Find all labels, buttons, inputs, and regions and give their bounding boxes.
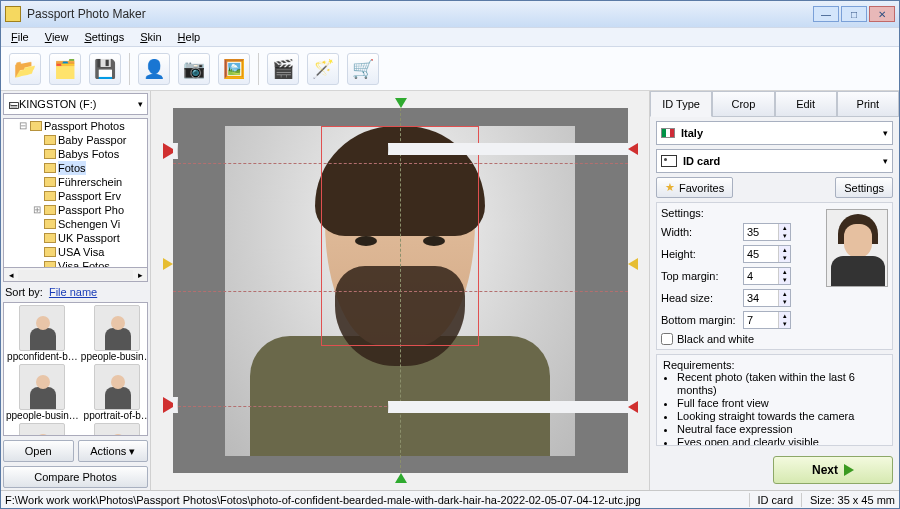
titlebar: Passport Photo Maker — □ ✕: [1, 1, 899, 27]
height-spinner[interactable]: 45▴▾: [743, 245, 791, 263]
tab-idtype[interactable]: ID Type: [650, 91, 712, 117]
maximize-button[interactable]: □: [841, 6, 867, 22]
tree-row[interactable]: Schengen Vi: [4, 217, 147, 231]
list-item[interactable]: pportrait-of-h…: [6, 423, 79, 436]
tree-row[interactable]: Passport Erv: [4, 189, 147, 203]
compare-button[interactable]: Compare Photos: [3, 466, 148, 488]
requirement-item: Looking straight towards the camera: [677, 410, 886, 423]
id-card-icon: [661, 155, 677, 167]
sample-preview: [826, 209, 888, 287]
close-button[interactable]: ✕: [869, 6, 895, 22]
tree-row[interactable]: Visa Fotos: [4, 259, 147, 268]
next-button[interactable]: Next: [773, 456, 893, 484]
marker-red-left-icon[interactable]: [163, 143, 178, 159]
folder-icon: [44, 163, 56, 173]
folder-icon: [44, 247, 56, 257]
marker-yellow-right-icon[interactable]: [628, 258, 638, 270]
settings-header: Settings:: [661, 207, 820, 221]
folder-icon: [44, 205, 56, 215]
list-item[interactable]: pportrait-of-b…: [81, 364, 148, 421]
disk-select[interactable]: 🖴 KINGSTON (F:) ▾: [3, 93, 148, 115]
list-item[interactable]: ppeople-busin…: [81, 305, 148, 362]
requirements-header: Requirements:: [663, 359, 886, 371]
tab-print[interactable]: Print: [837, 91, 899, 117]
requirement-item: Full face front view: [677, 397, 886, 410]
topmargin-spinner[interactable]: 4▴▾: [743, 267, 791, 285]
statusbar: F:\Work work work\Photos\Passport Photos…: [1, 490, 899, 508]
requirement-item: Eyes open and clearly visible: [677, 436, 886, 446]
toolbar-separator: [129, 53, 130, 85]
minimize-button[interactable]: —: [813, 6, 839, 22]
toolbar-separator: [258, 53, 259, 85]
menu-file[interactable]: File: [5, 29, 35, 45]
menu-help[interactable]: Help: [172, 29, 207, 45]
doctype-select[interactable]: ID card ▾: [656, 149, 893, 173]
bw-label: Black and white: [677, 333, 754, 345]
tree-row[interactable]: Führerschein: [4, 175, 147, 189]
tree-row[interactable]: Baby Passpor: [4, 133, 147, 147]
canvas-area: [151, 91, 649, 490]
tree-row[interactable]: UK Passport: [4, 231, 147, 245]
folder-icon: [30, 121, 42, 131]
list-item[interactable]: ppconfident-b…: [6, 305, 79, 362]
favorites-button[interactable]: ★Favorites: [656, 177, 733, 198]
width-spinner[interactable]: 35▴▾: [743, 223, 791, 241]
wand-icon[interactable]: 🪄: [307, 53, 339, 85]
tab-crop[interactable]: Crop: [712, 91, 774, 117]
open-folder-icon[interactable]: 📂: [9, 53, 41, 85]
list-item[interactable]: ppeople-busin…: [6, 364, 79, 421]
tree-row[interactable]: ⊟Passport Photos: [4, 119, 147, 133]
tab-edit[interactable]: Edit: [775, 91, 837, 117]
actions-button[interactable]: Actions ▾: [78, 440, 149, 462]
menubar: File View Settings Skin Help: [1, 27, 899, 47]
menu-view[interactable]: View: [39, 29, 75, 45]
tree-scrollbar[interactable]: ◂▸: [3, 268, 148, 282]
marker-red-right-icon[interactable]: [388, 401, 638, 413]
marker-red-right-icon[interactable]: [388, 143, 638, 155]
requirement-item: Recent photo (taken within the last 6 mo…: [677, 371, 886, 397]
chevron-down-icon: ▾: [138, 99, 143, 109]
picture-icon[interactable]: 🖼️: [218, 53, 250, 85]
settings-block: Settings: Width: 35▴▾ Height: 45▴▾ Top m…: [656, 202, 893, 350]
toolbar: 📂 🗂️ 💾 👤 📷 🖼️ 🎬 🪄 🛒: [1, 47, 899, 91]
requirement-item: Neutral face expression: [677, 423, 886, 436]
save-icon[interactable]: 💾: [89, 53, 121, 85]
headsize-spinner[interactable]: 34▴▾: [743, 289, 791, 307]
marker-green-bottom-icon[interactable]: [395, 473, 407, 483]
country-select[interactable]: Italy ▾: [656, 121, 893, 145]
sort-link[interactable]: File name: [49, 286, 97, 298]
tree-row[interactable]: Fotos: [4, 161, 147, 175]
arrow-right-icon: [844, 464, 854, 476]
status-path: F:\Work work work\Photos\Passport Photos…: [5, 494, 741, 506]
crop-box[interactable]: [321, 126, 479, 346]
country-label: Italy: [681, 127, 703, 139]
camera-icon[interactable]: 📷: [178, 53, 210, 85]
window-title: Passport Photo Maker: [27, 7, 813, 21]
slate-icon[interactable]: 🎬: [267, 53, 299, 85]
cart-icon[interactable]: 🛒: [347, 53, 379, 85]
star-icon: ★: [665, 181, 675, 194]
sort-by-label: Sort by:: [5, 286, 43, 298]
marker-yellow-left-icon[interactable]: [163, 258, 173, 270]
menu-skin[interactable]: Skin: [134, 29, 167, 45]
marker-green-top-icon[interactable]: [395, 98, 407, 108]
tree-row[interactable]: ⊞Passport Pho: [4, 203, 147, 217]
folder-icon: [44, 177, 56, 187]
app-icon: [5, 6, 21, 22]
folder-icon: [44, 149, 56, 159]
person-id-icon[interactable]: 👤: [138, 53, 170, 85]
canvas[interactable]: [173, 108, 628, 473]
open-button[interactable]: Open: [3, 440, 74, 462]
marker-red-left-icon[interactable]: [163, 397, 178, 413]
bottommargin-spinner[interactable]: 7▴▾: [743, 311, 791, 329]
list-item[interactable]: pportrait-of-m…: [81, 423, 148, 436]
disk-label: KINGSTON (F:): [19, 98, 96, 110]
open-recent-icon[interactable]: 🗂️: [49, 53, 81, 85]
folder-tree[interactable]: ⊟Passport PhotosBaby PassporBabys FotosF…: [3, 118, 148, 268]
menu-settings[interactable]: Settings: [78, 29, 130, 45]
settings-button[interactable]: Settings: [835, 177, 893, 198]
folder-icon: [44, 261, 56, 268]
tree-row[interactable]: Babys Fotos: [4, 147, 147, 161]
tree-row[interactable]: USA Visa: [4, 245, 147, 259]
bw-checkbox[interactable]: [661, 333, 673, 345]
